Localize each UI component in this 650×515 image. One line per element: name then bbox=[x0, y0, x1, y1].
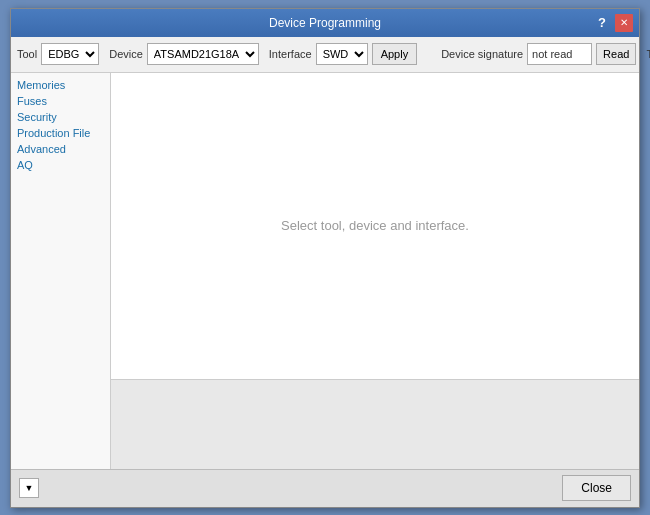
sidebar-item-memories[interactable]: Memories bbox=[11, 77, 110, 93]
voltage-label: Target Voltage bbox=[646, 48, 650, 60]
sidebar-item-aq[interactable]: AQ bbox=[11, 157, 110, 173]
title-close-button[interactable]: ✕ bbox=[615, 14, 633, 32]
signature-group: Device signature not read Read bbox=[441, 43, 636, 65]
tool-label: Tool bbox=[17, 48, 37, 60]
sig-label: Device signature bbox=[441, 48, 523, 60]
close-button[interactable]: Close bbox=[562, 475, 631, 501]
device-label: Device bbox=[109, 48, 143, 60]
voltage-group: Target Voltage --- Read ⚙ bbox=[646, 43, 650, 65]
content-area: Memories Fuses Security Production File … bbox=[11, 73, 639, 469]
device-group: Device ATSAMD21G18A bbox=[109, 43, 259, 65]
placeholder-text: Select tool, device and interface. bbox=[281, 218, 469, 233]
footer: ▼ Close bbox=[11, 469, 639, 507]
interface-label: Interface bbox=[269, 48, 312, 60]
footer-left: ▼ bbox=[19, 478, 39, 498]
sidebar-item-advanced[interactable]: Advanced bbox=[11, 141, 110, 157]
main-content: Select tool, device and interface. bbox=[111, 73, 639, 379]
footer-dropdown[interactable]: ▼ bbox=[19, 478, 39, 498]
device-programming-dialog: Device Programming ? ✕ Tool EDBG Device … bbox=[10, 8, 640, 508]
sidebar: Memories Fuses Security Production File … bbox=[11, 73, 111, 469]
sidebar-item-fuses[interactable]: Fuses bbox=[11, 93, 110, 109]
sig-read-button[interactable]: Read bbox=[596, 43, 636, 65]
apply-button[interactable]: Apply bbox=[372, 43, 418, 65]
sig-value: not read bbox=[527, 43, 592, 65]
help-button[interactable]: ? bbox=[593, 14, 611, 32]
interface-group: Interface SWD Apply bbox=[269, 43, 417, 65]
interface-select[interactable]: SWD bbox=[316, 43, 368, 65]
sidebar-item-security[interactable]: Security bbox=[11, 109, 110, 125]
main-panel: Select tool, device and interface. bbox=[111, 73, 639, 469]
device-select[interactable]: ATSAMD21G18A bbox=[147, 43, 259, 65]
title-bar: Device Programming ? ✕ bbox=[11, 9, 639, 37]
title-bar-controls: ? ✕ bbox=[593, 14, 633, 32]
bottom-log bbox=[111, 379, 639, 469]
dialog-title: Device Programming bbox=[57, 16, 593, 30]
tool-group: Tool EDBG bbox=[17, 43, 99, 65]
toolbar: Tool EDBG Device ATSAMD21G18A Interface … bbox=[11, 37, 639, 73]
sidebar-item-production[interactable]: Production File bbox=[11, 125, 110, 141]
tool-select[interactable]: EDBG bbox=[41, 43, 99, 65]
